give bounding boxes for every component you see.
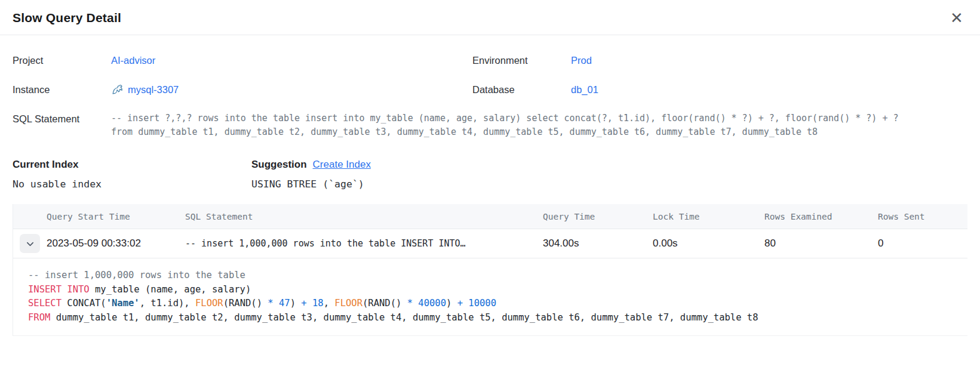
cell-rows-examined: 80 bbox=[764, 238, 878, 249]
instance-link[interactable]: mysql-3307 bbox=[128, 82, 179, 97]
suggestion-label: Suggestion bbox=[251, 159, 307, 171]
current-index-label: Current Index bbox=[13, 159, 79, 171]
chevron-down-icon bbox=[26, 239, 35, 248]
sql-statement-label: SQL Statement bbox=[13, 112, 111, 138]
sql-line: FROM dummy_table t1, dummy_table t2, dum… bbox=[28, 311, 956, 325]
cell-query-start-time: 2023-05-09 00:33:02 bbox=[47, 238, 185, 249]
info-row-project-environment: Project AI-advisor Environment Prod bbox=[13, 53, 967, 67]
table-header-row: Query Start Time SQL Statement Query Tim… bbox=[13, 204, 967, 229]
header-sql-statement: SQL Statement bbox=[185, 212, 543, 221]
index-section: Current Index No usable index Suggestion… bbox=[0, 155, 980, 190]
sql-line: -- insert 1,000,000 rows into the table bbox=[28, 269, 956, 283]
expanded-sql: -- insert 1,000,000 rows into the tableI… bbox=[13, 258, 967, 335]
info-section: Project AI-advisor Environment Prod Inst… bbox=[0, 35, 980, 138]
header-query-time: Query Time bbox=[543, 212, 653, 221]
modal-header: Slow Query Detail ✕ bbox=[0, 0, 980, 35]
database-label: Database bbox=[472, 82, 571, 97]
project-link[interactable]: AI-advisor bbox=[111, 53, 155, 67]
environment-link[interactable]: Prod bbox=[571, 53, 592, 67]
info-row-sql-statement: SQL Statement -- insert ?,?,? rows into … bbox=[13, 112, 967, 138]
table-row[interactable]: 2023-05-09 00:33:02 -- insert 1,000,000 … bbox=[13, 229, 967, 258]
sql-line: SELECT CONCAT('Name', t1.id), FLOOR(RAND… bbox=[28, 297, 956, 311]
cell-query-time: 304.00s bbox=[543, 238, 653, 249]
cell-lock-time: 0.00s bbox=[653, 238, 764, 249]
cell-sql-preview: -- insert 1,000,000 rows into the table … bbox=[185, 238, 543, 249]
header-query-start-time: Query Start Time bbox=[47, 212, 185, 221]
sql-line: INSERT INTO my_table (name, age, salary) bbox=[28, 283, 956, 297]
project-label: Project bbox=[13, 53, 111, 67]
page-title: Slow Query Detail bbox=[13, 11, 121, 25]
close-icon[interactable]: ✕ bbox=[948, 9, 966, 27]
header-rows-sent: Rows Sent bbox=[878, 212, 967, 221]
current-index-value: No usable index bbox=[13, 178, 251, 190]
header-lock-time: Lock Time bbox=[653, 212, 764, 221]
database-link[interactable]: db_01 bbox=[571, 82, 598, 97]
info-row-instance-database: Instance mysql-3307 Database db_01 bbox=[13, 82, 967, 97]
header-rows-examined: Rows Examined bbox=[764, 212, 878, 221]
mysql-dolphin-icon bbox=[111, 84, 124, 96]
suggestion-value: USING BTREE (`age`) bbox=[251, 178, 371, 190]
expand-row-button[interactable] bbox=[20, 234, 40, 253]
sql-statement-text: -- insert ?,?,? rows into the table inse… bbox=[111, 112, 917, 138]
environment-label: Environment bbox=[472, 53, 571, 67]
create-index-link[interactable]: Create Index bbox=[313, 159, 371, 171]
cell-rows-sent: 0 bbox=[878, 238, 967, 249]
instance-label: Instance bbox=[13, 82, 111, 97]
slow-query-table: Query Start Time SQL Statement Query Tim… bbox=[13, 204, 967, 336]
